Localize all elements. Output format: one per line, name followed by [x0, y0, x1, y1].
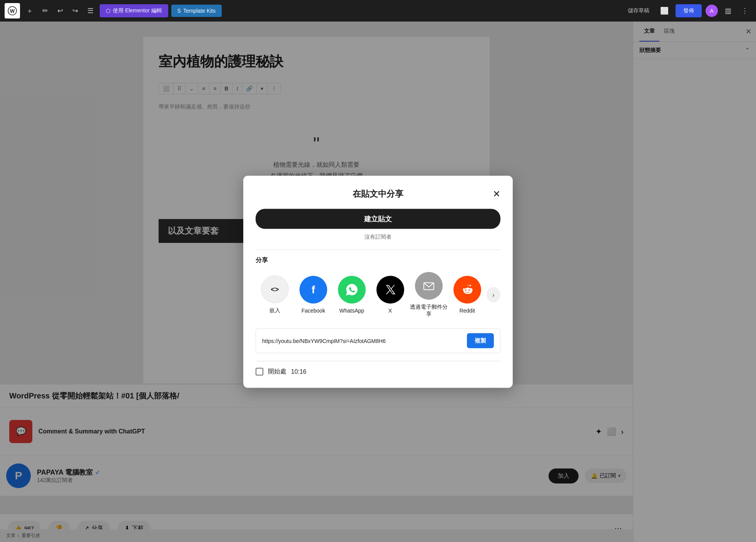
email-label: 透過電子郵件分享 [410, 304, 448, 318]
whatsapp-icon [338, 276, 366, 304]
facebook-icon: f [299, 276, 327, 304]
no-subscribers-text: 沒有訂閱者 [256, 234, 500, 241]
save-draft-button[interactable]: 儲存草稿 [624, 5, 653, 17]
whatsapp-label: WhatsApp [340, 308, 365, 314]
share-embed-item[interactable]: <> 嵌入 [256, 276, 294, 314]
share-url: https://youtu.be/NBxYW9CmpIM?si=AIzfotAG… [262, 338, 462, 344]
more-options-button[interactable]: ⋮ [738, 4, 751, 17]
start-at-checkbox[interactable] [256, 368, 263, 375]
modal-close-button[interactable]: ✕ [493, 189, 500, 199]
embed-label: 嵌入 [269, 307, 280, 314]
toolbar: W ＋ ✏ ↩ ↪ ☰ ⬡ 使用 Elementor 編輯 S Template… [0, 0, 756, 22]
share-facebook-item[interactable]: f Facebook [294, 276, 333, 314]
template-kits-label: Template Kits [183, 8, 216, 14]
reddit-icon [453, 276, 481, 304]
undo-button[interactable]: ↩ [54, 4, 66, 17]
start-at-label: 開始處 [268, 368, 286, 376]
copy-url-button[interactable]: 複製 [467, 333, 494, 348]
share-next-button[interactable]: › [487, 287, 500, 303]
pencil-tool-button[interactable]: ✏ [39, 4, 51, 17]
user-avatar-button[interactable]: A [706, 5, 718, 17]
start-time-value: 10:16 [291, 368, 306, 375]
modal-divider-1 [256, 250, 500, 250]
modal-divider-2 [256, 361, 500, 361]
reddit-label: Reddit [459, 308, 475, 314]
elementor-label: 使用 Elementor 編輯 [113, 7, 162, 14]
publish-button[interactable]: 發佈 [676, 4, 702, 17]
start-at-row: 開始處 10:16 [256, 368, 500, 376]
share-section-title: 分享 [256, 256, 500, 264]
share-email-item[interactable]: 透過電子郵件分享 [410, 272, 448, 318]
x-icon [376, 276, 404, 304]
modal-header: 在貼文中分享 ✕ [256, 188, 500, 200]
elementor-edit-button[interactable]: ⬡ 使用 Elementor 編輯 [100, 4, 168, 17]
email-icon [415, 272, 443, 300]
share-whatsapp-item[interactable]: WhatsApp [333, 276, 371, 314]
elementor-icon: ⬡ [106, 8, 110, 14]
modal-title: 在貼文中分享 [353, 189, 403, 199]
embed-icon: <> [261, 276, 289, 303]
share-modal: 在貼文中分享 ✕ 建立貼文 沒有訂閱者 分享 <> 嵌入 f Facebook [243, 176, 513, 388]
share-icons-row: <> 嵌入 f Facebook WhatsApp [256, 272, 500, 318]
facebook-label: Facebook [301, 308, 325, 314]
x-label: X [388, 308, 392, 314]
create-post-button[interactable]: 建立貼文 [256, 209, 500, 229]
sidebar-toggle-button[interactable]: ▥ [722, 4, 734, 17]
url-row: https://youtu.be/NBxYW9CmpIM?si=AIzfotAG… [256, 328, 500, 353]
share-reddit-item[interactable]: Reddit [448, 276, 487, 314]
redo-button[interactable]: ↪ [69, 4, 81, 17]
share-x-item[interactable]: X [371, 276, 410, 314]
list-view-button[interactable]: ☰ [84, 4, 97, 17]
toolbar-right: 儲存草稿 ⬜ 發佈 A ▥ ⋮ [624, 4, 751, 17]
svg-text:W: W [10, 8, 15, 14]
main-area: 室內植物的護理秘訣 ⬜ ⠿ ⌄ ≡ ≡ B I 🔗 ▾ ⋮ 帶來平靜和滿足感。然… [0, 22, 756, 542]
add-block-button[interactable]: ＋ [23, 4, 36, 18]
preview-button[interactable]: ⬜ [657, 4, 672, 17]
template-icon: S [177, 8, 181, 14]
template-kits-button[interactable]: S Template Kits [171, 5, 222, 17]
wordpress-logo[interactable]: W [5, 3, 20, 18]
